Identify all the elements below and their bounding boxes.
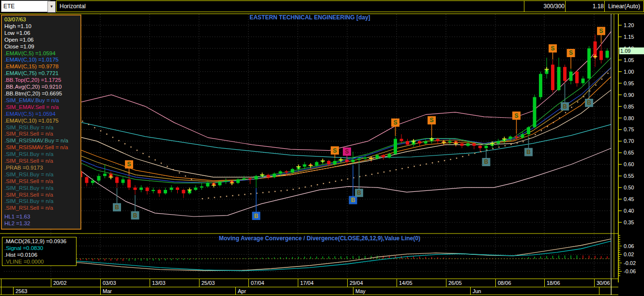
marker-letter: B — [133, 212, 138, 219]
chart-canvas[interactable]: SSSSSSSSSBBBBBBBBB — [0, 0, 644, 296]
indicator-row: .EMAV(C,10) =1.0175 — [4, 118, 80, 125]
candle-up — [364, 157, 367, 158]
macd-title: Moving Average Convergence / Divergence(… — [136, 235, 504, 242]
prab-dot — [244, 194, 245, 195]
prab-dot — [396, 169, 397, 170]
price-axis-label: 0.85 — [624, 103, 634, 110]
prab-dot — [583, 96, 584, 97]
candle-down — [182, 190, 185, 193]
marker-letter: B — [357, 189, 361, 196]
candle-up — [97, 176, 101, 181]
indicator-row: .SIM_RSI.Buy = n/a — [4, 185, 80, 192]
candle-up — [152, 190, 155, 191]
marker-letter: S — [333, 147, 337, 154]
prab-dot — [202, 198, 203, 199]
candle-up — [466, 143, 470, 146]
candle-up — [91, 181, 94, 183]
indicator-row: .SIM_RSI.Sell = n/a — [4, 158, 80, 165]
indicator-row: .SIM_EMAV.Buy = n/a — [4, 97, 80, 104]
candle-up — [243, 178, 246, 179]
candle-up — [448, 141, 452, 142]
candle-up — [218, 182, 222, 185]
candle-up — [539, 74, 542, 97]
marker-letter: S — [127, 161, 131, 168]
indicator-row: .BB.Top(C,20) =1.1725 — [4, 77, 80, 84]
price-axis-label: 0.60 — [624, 161, 634, 168]
candle-up — [333, 161, 337, 164]
candle-up — [236, 179, 240, 183]
indicator-row: .SIM_RSI.Sell = n/a — [4, 131, 80, 138]
indicator-row: .EMAV(C,10) =1.0175 — [4, 57, 80, 63]
price-axis-label: 1.05 — [624, 57, 634, 63]
prab-dot — [124, 143, 125, 144]
prab-dot — [305, 187, 306, 187]
indicator-row: .EMAV(C,15) =0.9778 — [4, 63, 80, 70]
last-price-badge: 1.09 — [619, 47, 644, 54]
prab-dot — [595, 84, 596, 85]
candle-up — [255, 176, 258, 179]
prab-dot — [517, 142, 518, 143]
candle-down — [248, 178, 252, 179]
candle-up — [139, 187, 143, 190]
prab-dot — [541, 130, 542, 131]
candle-down — [563, 67, 567, 81]
prab-dot — [492, 148, 493, 149]
marker-letter: B — [563, 103, 567, 110]
prab-dot — [82, 121, 83, 122]
candle-up — [315, 162, 319, 165]
prab-dot — [480, 151, 481, 152]
prab-dot — [577, 101, 578, 102]
candle-down — [176, 187, 179, 190]
candle-up — [557, 67, 561, 90]
candle-down — [478, 146, 482, 148]
chart-title: EASTERN TECHNICAL ENGINEERING [day] — [97, 14, 523, 21]
candle-up — [291, 169, 294, 172]
indicator-row: .SIM_RSI.Buy = n/a — [4, 171, 80, 178]
candle-down — [436, 139, 440, 141]
candle-down — [599, 51, 603, 60]
candle-up — [587, 48, 591, 78]
candle-up — [164, 190, 167, 193]
marker-letter: B — [254, 213, 259, 219]
prab-dot — [432, 162, 433, 163]
prab-dot — [462, 156, 463, 157]
marker-letter: S — [393, 119, 397, 126]
indicator-row: .SIM_RSI.Sell = n/a — [4, 192, 80, 199]
prab-dot — [88, 124, 89, 125]
marker-letter: S — [514, 112, 518, 119]
prab-dot — [167, 166, 168, 167]
candle-up — [279, 171, 282, 174]
candle-up — [200, 187, 203, 187]
prab-dot — [179, 172, 180, 173]
candle-down — [473, 143, 476, 146]
candle-down — [382, 155, 385, 157]
marker-letter: S — [345, 148, 349, 155]
prab-dot — [250, 193, 251, 194]
prab-dot — [347, 178, 348, 179]
price-axis-label: 0.90 — [624, 92, 634, 98]
prab-dot — [292, 189, 293, 190]
prab-dot — [553, 122, 554, 123]
prab-dot — [383, 171, 384, 172]
marker-letter: S — [551, 45, 554, 52]
prab-dot — [262, 192, 263, 193]
prab-dot — [106, 134, 107, 135]
prab-dot — [94, 127, 95, 128]
prab-dot — [377, 172, 378, 173]
price-axis-label: 1.20 — [624, 22, 634, 29]
candle-down — [551, 64, 554, 90]
indicator-row: Close =1.09 — [4, 44, 80, 50]
candle-up — [170, 187, 173, 190]
prab-dot — [275, 191, 276, 192]
candle-down — [460, 143, 464, 146]
price-axis-label: 1.15 — [624, 33, 634, 40]
prab-dot — [414, 166, 414, 167]
candle-up — [509, 137, 512, 139]
prab-dot — [118, 140, 119, 141]
prab-dot — [420, 165, 421, 166]
prab-dot — [299, 187, 300, 188]
indicator-row: .SIM_RSISMAV.Buy = n/a — [4, 138, 80, 144]
prab-dot — [365, 175, 366, 176]
price-axis-label: 0.95 — [624, 80, 634, 87]
candle-up — [273, 173, 276, 177]
